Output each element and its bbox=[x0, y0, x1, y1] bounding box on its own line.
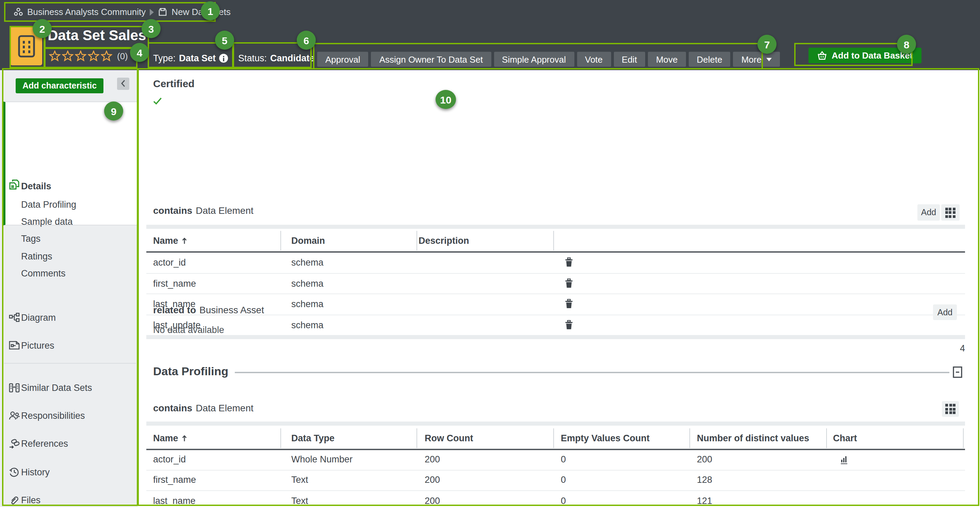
sidebar-item-comments[interactable]: Comments bbox=[21, 268, 66, 278]
cell-distinct-values: 200 bbox=[697, 454, 712, 464]
add-relation-button[interactable]: Add bbox=[917, 204, 940, 221]
sidebar-item-pictures[interactable]: Pictures bbox=[21, 340, 54, 351]
som-badge-4: 4 bbox=[130, 43, 149, 62]
column-header-name[interactable]: Name bbox=[153, 433, 187, 443]
sidebar: Add characteristic Details Data Profilin… bbox=[0, 70, 137, 507]
relation-prefix: related to bbox=[153, 305, 196, 315]
sidebar-item-history[interactable]: History bbox=[21, 467, 50, 477]
cell-distinct-values: 128 bbox=[697, 475, 712, 485]
table-scroll-band[interactable] bbox=[146, 225, 965, 229]
som-badge-3: 3 bbox=[142, 19, 161, 38]
cell-domain[interactable]: schema bbox=[291, 299, 324, 309]
column-header-row-count[interactable]: Row Count bbox=[425, 433, 473, 443]
sidebar-item-references[interactable]: References bbox=[21, 438, 68, 448]
pictures-icon bbox=[9, 340, 20, 352]
star-icon bbox=[88, 50, 99, 61]
assign-owner-button[interactable]: Assign Owner To Data Set bbox=[371, 52, 491, 67]
contains-data-element-heading: contains Data Element bbox=[153, 205, 253, 216]
cell-empty-values: 0 bbox=[561, 454, 566, 464]
table-header-rule bbox=[146, 251, 965, 253]
column-header-chart[interactable]: Chart bbox=[833, 433, 857, 443]
sidebar-item-data-profiling[interactable]: Data Profiling bbox=[21, 199, 76, 209]
cell-distinct-values: 121 bbox=[697, 496, 712, 505]
section-rule bbox=[235, 372, 950, 373]
vote-button[interactable]: Vote bbox=[577, 52, 611, 67]
more-label: More bbox=[741, 54, 762, 64]
diagram-icon bbox=[9, 312, 20, 325]
table-view-button[interactable] bbox=[941, 204, 959, 221]
history-icon bbox=[9, 467, 20, 480]
asset-type: Type: Data Set bbox=[153, 53, 228, 63]
similar-data-sets-icon bbox=[9, 383, 20, 395]
star-icon bbox=[101, 50, 112, 61]
collapse-section-icon[interactable] bbox=[953, 367, 962, 381]
status-value[interactable]: Candidate bbox=[270, 53, 315, 63]
sidebar-item-tags[interactable]: Tags bbox=[21, 233, 40, 244]
table-scroll-band[interactable] bbox=[146, 421, 965, 426]
delete-row-icon[interactable] bbox=[565, 299, 573, 311]
app-window: Business Analysts Community New Data Set… bbox=[0, 0, 980, 507]
approval-button[interactable]: Approval bbox=[317, 52, 369, 67]
domain-icon bbox=[158, 8, 167, 16]
simple-approval-button[interactable]: Simple Approval bbox=[494, 52, 574, 67]
cell-empty-values: 0 bbox=[561, 475, 566, 485]
more-button[interactable]: More bbox=[733, 52, 780, 67]
som-badge-5: 5 bbox=[215, 31, 234, 50]
cell-domain[interactable]: schema bbox=[291, 320, 324, 330]
cell-row-count: 200 bbox=[425, 454, 440, 464]
type-label: Type: bbox=[153, 53, 176, 63]
breadcrumb-community-link[interactable]: Business Analysts Community bbox=[27, 7, 146, 17]
delete-row-icon[interactable] bbox=[565, 278, 573, 290]
sidebar-item-responsibilities[interactable]: Responsibilities bbox=[21, 410, 85, 421]
edit-button[interactable]: Edit bbox=[614, 52, 645, 67]
cell-empty-values: 0 bbox=[561, 496, 566, 505]
column-header-empty-values[interactable]: Empty Values Count bbox=[561, 433, 649, 443]
cell-name[interactable]: actor_id bbox=[153, 454, 186, 464]
info-icon[interactable] bbox=[219, 54, 228, 63]
delete-row-icon[interactable] bbox=[565, 257, 573, 269]
sidebar-item-files[interactable]: Files bbox=[21, 495, 40, 505]
caret-down-icon bbox=[766, 57, 772, 61]
add-characteristic-button[interactable]: Add characteristic bbox=[16, 78, 103, 93]
basket-icon bbox=[817, 51, 827, 60]
cell-domain[interactable]: schema bbox=[291, 257, 324, 268]
cell-name[interactable]: actor_id bbox=[153, 257, 186, 268]
column-header-domain[interactable]: Domain bbox=[291, 236, 325, 246]
references-icon bbox=[9, 438, 21, 451]
sidebar-item-details[interactable]: Details bbox=[21, 181, 51, 191]
delete-row-icon[interactable] bbox=[565, 320, 573, 332]
star-icon bbox=[75, 50, 86, 61]
column-header-name[interactable]: Name bbox=[153, 236, 187, 246]
sidebar-item-ratings[interactable]: Ratings bbox=[21, 251, 52, 261]
star-icon bbox=[49, 50, 60, 61]
delete-button[interactable]: Delete bbox=[688, 52, 730, 67]
column-header-description[interactable]: Description bbox=[418, 236, 469, 246]
status-label: Status: bbox=[238, 53, 267, 63]
cell-name[interactable]: first_name bbox=[153, 475, 196, 485]
table-view-button[interactable] bbox=[942, 401, 959, 417]
sidebar-item-similar-data-sets[interactable]: Similar Data Sets bbox=[21, 383, 92, 392]
move-button[interactable]: Move bbox=[648, 52, 686, 67]
table-scroll-band[interactable] bbox=[146, 335, 965, 339]
column-header-distinct-values[interactable]: Number of distinct values bbox=[697, 433, 809, 443]
data-profiling-section-title: Data Profiling bbox=[153, 365, 228, 379]
collapse-sidebar-button[interactable] bbox=[117, 77, 129, 89]
cell-domain[interactable]: schema bbox=[291, 278, 324, 289]
bar-chart-icon[interactable] bbox=[840, 455, 848, 467]
add-related-button[interactable]: Add bbox=[933, 305, 957, 320]
cell-row-count: 200 bbox=[425, 496, 440, 505]
cell-name[interactable]: first_name bbox=[153, 278, 196, 289]
sort-ascending-icon bbox=[182, 238, 187, 244]
som-badge-8: 8 bbox=[897, 35, 916, 54]
table-header-rule bbox=[146, 449, 965, 450]
column-header-data-type[interactable]: Data Type bbox=[291, 433, 334, 443]
grid-icon bbox=[945, 207, 955, 218]
sidebar-item-diagram[interactable]: Diagram bbox=[21, 312, 56, 322]
relation-target: Business Asset bbox=[199, 305, 264, 315]
rating-stars[interactable]: (0) bbox=[49, 50, 128, 61]
cell-name[interactable]: last_name bbox=[153, 496, 196, 505]
sidebar-item-sample-data[interactable]: Sample data bbox=[21, 216, 73, 226]
asset-title[interactable]: Data Set Sales bbox=[48, 27, 146, 44]
cell-row-count: 200 bbox=[425, 475, 440, 485]
empty-state-text: No data available bbox=[153, 325, 224, 335]
